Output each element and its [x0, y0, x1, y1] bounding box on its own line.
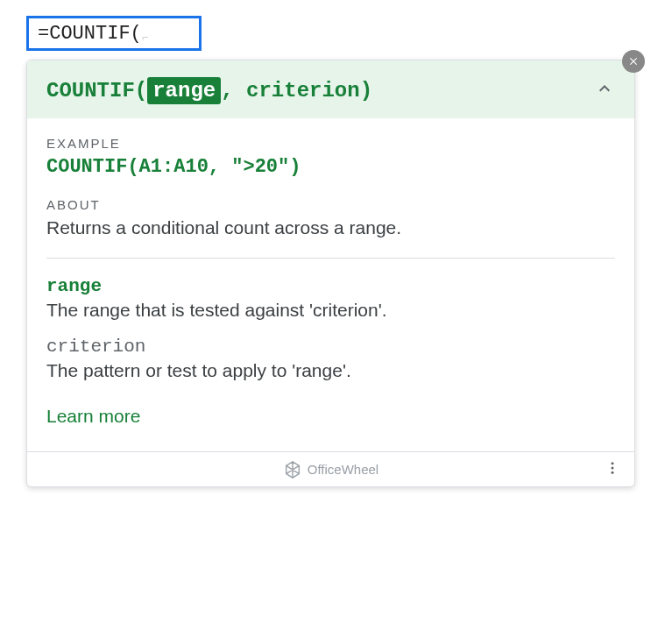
param-desc-range: The range that is tested against 'criter… [46, 300, 615, 321]
param-block-criterion: criterion The pattern or test to apply t… [46, 337, 615, 381]
divider [46, 258, 615, 259]
signature-active-param: range [147, 77, 221, 104]
more-options-button[interactable] [605, 460, 620, 479]
collapse-button[interactable] [594, 78, 615, 103]
formula-help-tooltip: COUNTIF(range, criterion) EXAMPLE COUNTI… [26, 60, 635, 487]
formula-text: =COUNTIF( [38, 23, 142, 45]
example-label: EXAMPLE [46, 136, 615, 151]
signature-bar: COUNTIF(range, criterion) [27, 60, 634, 118]
close-button[interactable] [622, 50, 645, 73]
example-code: COUNTIF(A1:A10, ">20") [46, 156, 615, 178]
footer-bar: OfficeWheel [27, 451, 634, 486]
param-name-range: range [46, 276, 615, 296]
svg-point-2 [612, 471, 614, 473]
param-name-criterion: criterion [46, 337, 615, 357]
logo-icon [283, 460, 302, 479]
cursor-indicator: ⌐ [142, 32, 149, 45]
chevron-up-icon [594, 78, 615, 99]
watermark: OfficeWheel [283, 460, 378, 479]
param-block-range: range The range that is tested against '… [46, 276, 615, 321]
learn-more-link[interactable]: Learn more [46, 406, 140, 427]
svg-point-1 [612, 466, 614, 469]
tooltip-body: EXAMPLE COUNTIF(A1:A10, ">20") ABOUT Ret… [27, 118, 634, 451]
signature-fn-name: COUNTIF( [46, 79, 147, 103]
about-label: ABOUT [46, 197, 615, 212]
param-desc-criterion: The pattern or test to apply to 'range'. [46, 360, 615, 381]
more-vertical-icon [605, 460, 620, 476]
svg-point-0 [612, 462, 614, 464]
function-signature: COUNTIF(range, criterion) [46, 79, 372, 103]
signature-rest: , criterion) [221, 79, 372, 103]
formula-cell-input[interactable]: =COUNTIF( ⌐ [26, 16, 202, 51]
close-icon [627, 55, 640, 67]
about-text: Returns a conditional count across a ran… [46, 217, 615, 238]
watermark-text: OfficeWheel [308, 462, 378, 477]
